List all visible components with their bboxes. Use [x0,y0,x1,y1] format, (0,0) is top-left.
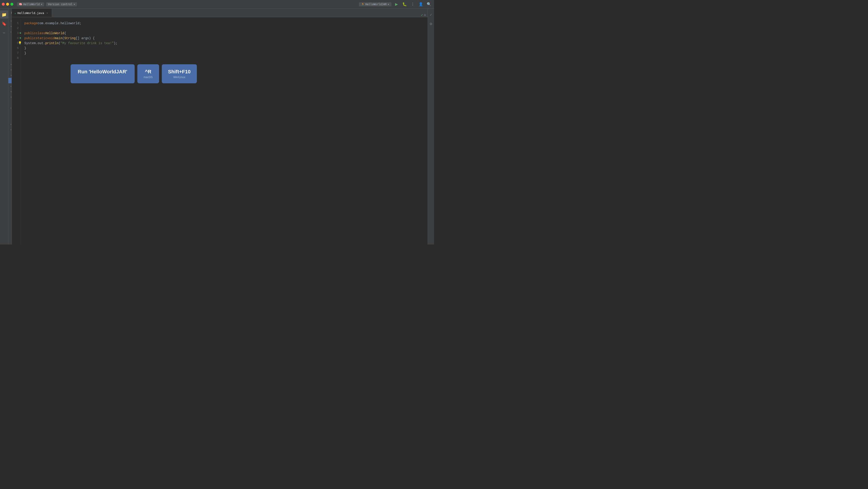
code-content[interactable]: package com.example.helloworld; ▶ public… [21,19,428,245]
project-tool-window-icon[interactable]: 📁 [0,10,8,19]
no-arrow [9,57,11,61]
tree-item-helloworld-iml[interactable]: 📄 HelloWorld.iml [8,116,11,121]
keyword-void: void [47,36,55,41]
no-arrow [9,79,11,83]
no-arrow [9,46,11,50]
run-config-selector[interactable]: 🏃 HelloWorldJAR ▾ [359,2,392,6]
line-num-7: 7 [12,51,19,56]
mac-shortcut-key: ^R [145,69,151,75]
chevron-right-icon: ▾ [9,25,11,28]
keyword-public-4: public [25,36,36,41]
tree-item-production[interactable]: ▸ 📁 production [8,83,11,89]
tree-item-workspace-xml[interactable]: 📄 workspace.xml [8,56,11,62]
tree-item-helloworld-root[interactable]: ▾ 📁 HelloWorld ~/IdeaProjects/HelloWorld [8,18,11,24]
editor-toolbar: ✓ ⚙ [419,13,428,17]
tab-helloworld-java[interactable]: ☕ HelloWorld.java ✕ [12,9,52,17]
code-line-3: ▶ public class HelloWorld { [25,31,424,36]
profile-button[interactable]: 👤 [418,1,424,7]
tree-item-artifacts-idea[interactable]: ▸ 📁 artifacts [8,29,11,34]
project-name: HelloWorld [23,3,40,6]
tab-close-button[interactable]: ✕ [45,11,49,15]
tree-item-misc-xml[interactable]: 📄 misc.xml [8,40,11,45]
close-button[interactable] [2,3,5,6]
settings-icon[interactable]: ⚙ [424,13,426,17]
tree-item-helloworld-jar[interactable]: 📦 HelloWorld.jar [8,78,11,83]
bookmarks-icon[interactable]: 🔖 [0,20,8,28]
line-num-4: 4 [12,36,19,41]
tree-item-helloworld-jar-dir[interactable]: ▾ 📁 HelloWorld_jar [8,72,11,78]
method-main: main [55,36,62,41]
line-num-1: 1 [12,21,19,26]
line-numbers: 1 2 3 4 5 6 7 8 [12,19,21,245]
chevron-right-icon: ▸ [9,84,11,88]
chevron-down-icon: ▾ [9,95,11,99]
mac-shortcut-sub: macOS [144,75,153,79]
line-num-2: 2 [12,26,19,31]
chevron-right-icon: ▸ [9,128,11,131]
tree-item-artifacts-out[interactable]: ▾ 📁 artifacts [8,67,11,72]
run-popup: Run 'HelloWorldJAR' ^R macOS Shift+F10 W… [71,64,197,83]
tree-item-com-example[interactable]: ▾ 📦 com.example.helloworld [8,94,11,100]
java-file-icon: ☕ [14,11,16,15]
no-arrow [9,100,11,104]
traffic-lights [2,3,13,6]
more-button[interactable]: ⋮ [409,1,416,7]
run-gutter-3: ▶ [20,31,22,35]
run-popup-label: Run 'HelloWorldJAR' [78,69,127,75]
line-num-3: 3 [12,31,19,36]
tree-item-out[interactable]: ▾ 📁 out [8,62,11,67]
run-button[interactable]: ▶ [393,1,400,7]
chevron-down-icon: ▾ [9,19,11,23]
code-line-1: package com.example.helloworld; [25,21,424,26]
right-notifications-icon[interactable]: ✓ [427,10,434,19]
sidebar: Project ⚙ ▾ 📁 HelloWorld ~/IdeaProjects/… [8,9,12,245]
chevron-down-icon: ▾ [9,73,11,77]
activity-bar: 📁 🔖 ⋯ 🔔 🔌 [0,9,8,245]
tree-item-vcs-xml[interactable]: 📄 vcs.xml [8,51,11,56]
version-control-selector[interactable]: Version control ▾ [46,2,77,6]
run-popup-primary-button[interactable]: Run 'HelloWorldJAR' [71,64,135,83]
type-string: String [64,36,75,41]
no-arrow [9,41,11,44]
tree-item-src[interactable]: ▾ 📁 src [8,89,11,94]
keyword-class: class [36,31,45,36]
right-panel: ✓ ⚙ [428,9,434,245]
debug-button[interactable]: 🐛 [401,1,408,7]
run-popup-mac-shortcut[interactable]: ^R macOS [137,64,159,83]
tab-label: HelloWorld.java [18,11,44,15]
project-selector[interactable]: 🧠 HelloWorld ▾ [17,2,44,6]
chevron-down-icon: ▾ [9,62,11,66]
class-name: HelloWorld [45,31,64,36]
code-line-2 [25,26,424,31]
vc-chevron: ▾ [73,3,75,6]
run-popup-win-shortcut[interactable]: Shift+F10 Win/Linux [162,64,197,83]
main-layout: 📁 🔖 ⋯ 🔔 🔌 Project ⚙ ▾ 📁 HelloWorld ~/Ide… [0,9,434,245]
minimize-button[interactable] [6,3,9,6]
chevron-down-icon: ▾ [9,90,11,93]
title-bar-right: 🏃 HelloWorldJAR ▾ ▶ 🐛 ⋮ 👤 🔍 [359,1,432,7]
project-tree: ▾ 📁 HelloWorld ~/IdeaProjects/HelloWorld… [8,17,11,245]
search-button[interactable]: 🔍 [426,1,432,7]
tree-item-idea[interactable]: ▾ 📁 .idea [8,24,11,29]
maximize-button[interactable] [10,3,13,6]
tree-item-helloworld-class[interactable]: ☕ HelloWorld [8,100,11,105]
code-line-8 [25,56,424,61]
intellij-icon: 🧠 [19,3,22,6]
tree-item-gitignore-idea[interactable]: 📄 .gitignore [8,34,11,40]
code-editor[interactable]: 1 2 3 4 5 6 7 8 package com.example.hell… [12,17,428,245]
editor-and-bottom: ☕ HelloWorld.java ✕ ✓ ⚙ 1 2 3 4 5 6 [12,9,428,245]
right-settings-icon[interactable]: ⚙ [427,20,434,28]
tree-item-meta-inf[interactable]: ▸ 📁 META-INF [8,105,11,111]
tree-item-modules-xml[interactable]: 📄 modules.xml [8,45,11,51]
win-shortcut-key: Shift+F10 [168,69,191,75]
keyword-package: package [25,21,38,26]
tree-item-external-libraries[interactable]: ▸ 📚 External Libraries [8,121,11,127]
run-gutter-4: ▶ [20,36,22,40]
tree-item-scratches-consoles[interactable]: ▸ 📝 Scratches and Consoles [8,127,11,132]
chevron-right-icon: ▸ [9,106,11,110]
checkmark-icon: ✓ [421,13,423,17]
lightbulb-icon[interactable]: 💡 [18,41,22,46]
tree-item-gitignore-root[interactable]: 📄 .gitignore [8,111,11,116]
chevron-down-icon: ▾ [9,68,11,71]
more-tools-icon[interactable]: ⋯ [0,29,8,37]
